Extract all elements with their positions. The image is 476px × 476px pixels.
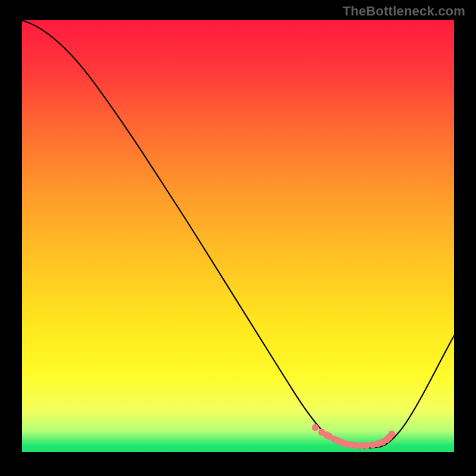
chart-svg bbox=[22, 20, 454, 452]
optimum-marker bbox=[388, 431, 395, 438]
optimum-marker bbox=[363, 442, 370, 449]
chart-container: TheBottleneck.com bbox=[0, 0, 476, 476]
watermark-label: TheBottleneck.com bbox=[343, 4, 465, 19]
plot-area bbox=[22, 20, 454, 452]
optimum-marker bbox=[312, 424, 319, 431]
gradient-background bbox=[22, 20, 454, 452]
